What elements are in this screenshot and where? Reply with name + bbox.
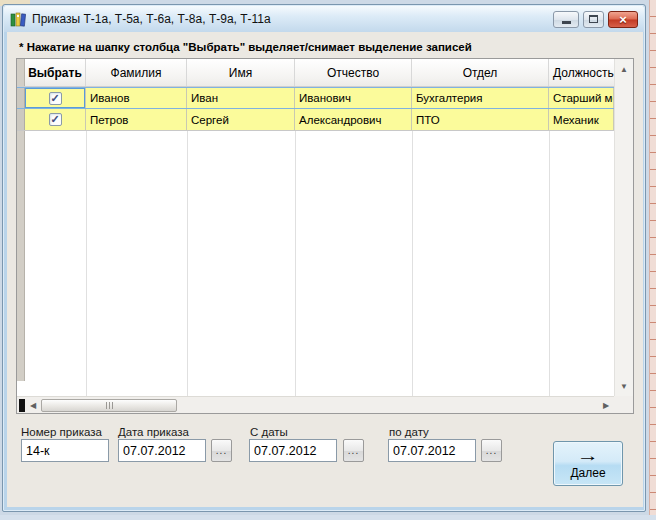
order-date-field[interactable]: [118, 439, 206, 462]
checkbox-cell[interactable]: ✓: [25, 88, 86, 108]
hint-text: * Нажатие на шапку столбца "Выбрать" выд…: [19, 41, 472, 53]
to-date-picker-button[interactable]: ...: [481, 439, 502, 462]
cell-surname[interactable]: Петров: [86, 109, 187, 130]
dialog-window: Приказы Т-1а, Т-5а, Т-6а, Т-8а, Т-9а, Т-…: [2, 4, 646, 512]
scrollbar-thumb[interactable]: [41, 399, 177, 412]
minimize-icon: [562, 21, 571, 24]
column-header-select[interactable]: Выбрать: [25, 59, 86, 86]
order-date-picker-button[interactable]: ...: [211, 439, 232, 462]
scrollbar-corner: [614, 396, 633, 413]
window-title: Приказы Т-1а, Т-5а, Т-6а, Т-8а, Т-9а, Т-…: [32, 12, 271, 26]
maximize-button[interactable]: [583, 11, 604, 28]
cell-position[interactable]: Механик: [549, 109, 614, 130]
column-header-name[interactable]: Имя: [187, 59, 295, 86]
title-bar[interactable]: Приказы Т-1а, Т-5а, Т-6а, Т-8а, Т-9а, Т-…: [4, 6, 644, 32]
cell-patronymic[interactable]: Иванович: [295, 88, 412, 108]
column-header-surname[interactable]: Фамилия: [86, 59, 187, 86]
scroll-left-icon[interactable]: ◀: [25, 397, 41, 413]
column-header-position[interactable]: Должность: [549, 59, 614, 86]
from-date-picker-button[interactable]: ...: [343, 439, 364, 462]
minimize-button[interactable]: [553, 11, 579, 28]
background-fragment-bottom: [0, 515, 656, 520]
table-row[interactable]: ✓ Иванов Иван Иванович Бухгалтерия Старш…: [17, 87, 614, 109]
grid-header-row: Выбрать Фамилия Имя Отчество Отдел Должн…: [17, 59, 614, 87]
horizontal-scrollbar[interactable]: ◀ ▶: [17, 396, 614, 413]
row-indicator-cell: [17, 109, 25, 130]
close-icon: ×: [619, 13, 627, 26]
from-date-field[interactable]: [249, 439, 337, 462]
maximize-icon: [589, 15, 598, 23]
employees-grid: Выбрать Фамилия Имя Отчество Отдел Должн…: [16, 58, 634, 414]
cell-department[interactable]: ПТО: [412, 109, 549, 130]
books-icon: [10, 11, 26, 27]
scroll-up-icon[interactable]: ▲: [615, 61, 633, 77]
row-indicator-cell: [17, 88, 25, 108]
row-checkbox[interactable]: ✓: [49, 113, 62, 126]
table-row[interactable]: ✓ Петров Сергей Александрович ПТО Механи…: [17, 109, 614, 131]
checkbox-cell[interactable]: ✓: [25, 109, 86, 130]
header-indicator-cell: [17, 59, 25, 86]
order-date-label: Дата приказа: [118, 426, 189, 438]
row-checkbox[interactable]: ✓: [49, 92, 62, 105]
close-button[interactable]: ×: [608, 11, 638, 28]
grid-column-lines: [17, 87, 614, 396]
cell-patronymic[interactable]: Александрович: [295, 109, 412, 130]
to-date-label: по дату: [389, 426, 429, 438]
dialog-client-area: * Нажатие на шапку столбца "Выбрать" выд…: [7, 32, 643, 507]
from-date-label: С даты: [250, 426, 288, 438]
vertical-scrollbar[interactable]: ▲ ▼: [614, 59, 633, 396]
column-header-patronymic[interactable]: Отчество: [295, 59, 412, 86]
cell-surname[interactable]: Иванов: [86, 88, 187, 108]
next-button-label: Далее: [570, 466, 605, 480]
order-number-label: Номер приказа: [21, 426, 102, 438]
scroll-down-icon[interactable]: ▼: [615, 378, 633, 394]
column-header-department[interactable]: Отдел: [412, 59, 549, 86]
scroll-right-icon[interactable]: ▶: [598, 397, 614, 413]
order-number-field[interactable]: [21, 439, 109, 462]
cell-name[interactable]: Иван: [187, 88, 295, 108]
background-fragment-right: [649, 0, 656, 520]
next-button[interactable]: → Далее: [553, 441, 623, 486]
to-date-field[interactable]: [388, 439, 476, 462]
cell-department[interactable]: Бухгалтерия: [412, 88, 549, 108]
next-arrow-icon: →: [577, 448, 599, 464]
cell-name[interactable]: Сергей: [187, 109, 295, 130]
cell-position[interactable]: Старший ме: [549, 88, 614, 108]
